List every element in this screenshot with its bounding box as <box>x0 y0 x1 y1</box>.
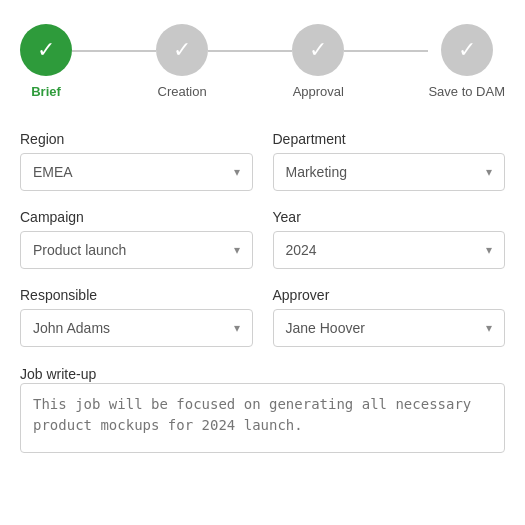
checkmark-icon-save-to-dam: ✓ <box>458 37 476 63</box>
step-approval[interactable]: ✓ Approval <box>292 24 344 99</box>
brief-form: Region EMEA ▾ Department Marketing ▾ Cam… <box>20 131 505 457</box>
department-chevron-icon: ▾ <box>486 165 492 179</box>
form-row-responsible-approver: Responsible John Adams ▾ Approver Jane H… <box>20 287 505 347</box>
campaign-label: Campaign <box>20 209 253 225</box>
year-value: 2024 <box>286 242 317 258</box>
step-circle-save-to-dam: ✓ <box>441 24 493 76</box>
approver-label: Approver <box>273 287 506 303</box>
approver-select[interactable]: Jane Hoover ▾ <box>273 309 506 347</box>
department-label: Department <box>273 131 506 147</box>
responsible-value: John Adams <box>33 320 110 336</box>
region-value: EMEA <box>33 164 73 180</box>
year-label: Year <box>273 209 506 225</box>
step-creation[interactable]: ✓ Creation <box>156 24 208 99</box>
campaign-chevron-icon: ▾ <box>234 243 240 257</box>
department-value: Marketing <box>286 164 347 180</box>
job-writeup-textarea[interactable] <box>20 383 505 453</box>
year-chevron-icon: ▾ <box>486 243 492 257</box>
responsible-select[interactable]: John Adams ▾ <box>20 309 253 347</box>
form-group-region: Region EMEA ▾ <box>20 131 253 191</box>
form-row-campaign-year: Campaign Product launch ▾ Year 2024 ▾ <box>20 209 505 269</box>
form-group-job-writeup: Job write-up <box>20 365 505 457</box>
step-label-save-to-dam: Save to DAM <box>428 84 505 99</box>
stepper-line-3 <box>344 50 428 52</box>
step-label-approval: Approval <box>293 84 344 99</box>
step-save-to-dam[interactable]: ✓ Save to DAM <box>428 24 505 99</box>
step-circle-brief: ✓ <box>20 24 72 76</box>
checkmark-icon-brief: ✓ <box>37 37 55 63</box>
responsible-label: Responsible <box>20 287 253 303</box>
stepper-line-1 <box>72 50 156 52</box>
checkmark-icon-creation: ✓ <box>173 37 191 63</box>
year-select[interactable]: 2024 ▾ <box>273 231 506 269</box>
form-group-campaign: Campaign Product launch ▾ <box>20 209 253 269</box>
checkmark-icon-approval: ✓ <box>309 37 327 63</box>
region-chevron-icon: ▾ <box>234 165 240 179</box>
campaign-value: Product launch <box>33 242 126 258</box>
campaign-select[interactable]: Product launch ▾ <box>20 231 253 269</box>
stepper-line-2 <box>208 50 292 52</box>
form-row-region-department: Region EMEA ▾ Department Marketing ▾ <box>20 131 505 191</box>
approver-chevron-icon: ▾ <box>486 321 492 335</box>
form-group-responsible: Responsible John Adams ▾ <box>20 287 253 347</box>
responsible-chevron-icon: ▾ <box>234 321 240 335</box>
stepper: ✓ Brief ✓ Creation ✓ Approval ✓ Save <box>20 24 505 99</box>
region-label: Region <box>20 131 253 147</box>
department-select[interactable]: Marketing ▾ <box>273 153 506 191</box>
form-group-department: Department Marketing ▾ <box>273 131 506 191</box>
step-circle-approval: ✓ <box>292 24 344 76</box>
approver-value: Jane Hoover <box>286 320 365 336</box>
step-label-brief: Brief <box>31 84 61 99</box>
form-group-year: Year 2024 ▾ <box>273 209 506 269</box>
job-writeup-label: Job write-up <box>20 366 96 382</box>
step-label-creation: Creation <box>158 84 207 99</box>
step-brief[interactable]: ✓ Brief <box>20 24 72 99</box>
form-group-approver: Approver Jane Hoover ▾ <box>273 287 506 347</box>
step-circle-creation: ✓ <box>156 24 208 76</box>
region-select[interactable]: EMEA ▾ <box>20 153 253 191</box>
